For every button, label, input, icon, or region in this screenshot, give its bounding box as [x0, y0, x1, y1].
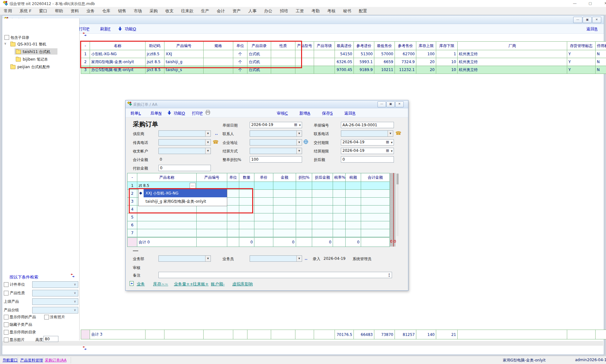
dialog-toolbar-print-button[interactable]: 打印P [192, 110, 203, 116]
footer-link-2[interactable]: 业务量++ [174, 281, 193, 287]
tree-expander-icon[interactable]: ∨ [4, 42, 6, 45]
menu-item-19[interactable]: 考勤 [308, 7, 324, 14]
status-tab-1[interactable]: 产品资料管理 [20, 358, 43, 363]
grid-col-header-4[interactable]: 数量 [239, 173, 254, 182]
col-header-11[interactable]: 参考进价 [354, 42, 374, 50]
splitter-handle[interactable] [133, 250, 138, 251]
app-minimize-icon[interactable]: ― [567, 0, 582, 7]
dialog-toolbar-functions-button[interactable]: 功能O [174, 110, 185, 116]
refresh-doc-icon[interactable] [129, 281, 134, 287]
salesman-dropdown[interactable]: ▼ [250, 255, 302, 262]
grid-col-header-0[interactable]: - [128, 173, 137, 182]
note-input[interactable]: ▲▼ [158, 272, 392, 278]
swap-icon[interactable] [82, 33, 87, 36]
doc-no-input[interactable] [341, 122, 394, 128]
dept-dropdown[interactable]: ▼ [158, 255, 211, 262]
grid-col-header-6[interactable]: 金额 [273, 173, 296, 182]
doc-date-input[interactable]: 2026-04-19▦▼ [250, 122, 302, 128]
dialog-toolbar-audit-button[interactable]: 审核C [277, 110, 288, 116]
option-checkbox-2[interactable] [4, 322, 9, 327]
dialog-toolbar-next-button[interactable]: 后单N [150, 110, 162, 116]
col-header-13[interactable]: 参考售价 [395, 42, 416, 50]
menu-item-11[interactable]: 往来款 [177, 7, 197, 14]
address-dropdown[interactable]: ▼ [250, 139, 302, 146]
grid-vscrollbar[interactable] [396, 173, 399, 236]
app-maximize-icon[interactable]: ▢ [583, 0, 597, 7]
discount-input[interactable] [250, 156, 302, 163]
supplier-dropdown[interactable]: ▼ [158, 130, 211, 137]
swap-icon-bottom[interactable] [82, 346, 87, 350]
filter-dropdown-0[interactable]: ∨ [32, 281, 78, 288]
grid-col-header-10[interactable]: 税额 [346, 173, 361, 182]
fax-dropdown[interactable]: ▼ [158, 139, 211, 146]
toolbar-print-button[interactable]: 打印P [79, 26, 89, 32]
menu-item-10[interactable]: 收支 [162, 7, 177, 14]
menu-item-9[interactable]: 采购 [146, 7, 162, 14]
filter-dropdown-1[interactable]: ∨ [32, 290, 78, 296]
footer-link-0[interactable]: 业务 [137, 281, 145, 287]
toolbar-functions-button[interactable]: 功能O [125, 26, 136, 32]
printer-icon[interactable] [205, 110, 211, 116]
col-header-17[interactable]: 存货管理标志 [567, 42, 596, 50]
grid-col-header-3[interactable]: 单位 [227, 173, 239, 182]
footer-link-5[interactable]: 虚拟库影响 [232, 281, 253, 287]
grid-col-header-8[interactable]: 折后金额 [312, 173, 333, 182]
col-header-12[interactable]: 最低售价 [374, 42, 395, 50]
menu-item-2[interactable]: 窗口 [35, 7, 51, 14]
supplier-more[interactable]: .. [215, 131, 218, 136]
option-checkbox-1[interactable] [44, 315, 49, 319]
phone-dropdown[interactable]: ▼ [341, 130, 393, 137]
account-dropdown[interactable]: ▼ [158, 148, 211, 154]
col-header-9[interactable]: 产品等级 [314, 42, 335, 50]
filter-dropdown-2[interactable]: ∨ [32, 298, 78, 305]
dialog-toolbar-return-button[interactable]: 返回R [344, 110, 355, 116]
filter-checkbox-0[interactable] [4, 282, 9, 287]
menu-item-16[interactable]: 办公 [260, 7, 276, 14]
col-header-14[interactable]: 库存上限 [416, 42, 436, 50]
col-header-15[interactable]: 库存下限 [436, 42, 458, 50]
menu-item-22[interactable]: 配置 [355, 7, 371, 14]
after-discount-input[interactable] [341, 156, 394, 163]
salesman-more[interactable]: .. [305, 256, 307, 261]
fax-phone-icon[interactable]: ☎ [213, 139, 219, 145]
grid-row[interactable]: 5 [128, 213, 390, 221]
menu-item-1[interactable]: 系统 F [16, 7, 35, 14]
delivery-date-input[interactable]: 2026-04-19▦▼ [341, 139, 394, 146]
settle-dropdown[interactable]: ▼ [250, 148, 302, 154]
col-header-16[interactable]: 厂商 [458, 42, 567, 50]
tree-item-2[interactable]: bijiben 笔记本 [23, 57, 48, 62]
menu-item-20[interactable]: 考核 [324, 7, 339, 14]
note-spinner[interactable]: ▲▼ [387, 272, 391, 277]
hscrollbar[interactable] [2, 341, 603, 346]
menu-item-18[interactable]: 工资 [292, 7, 308, 14]
grid-col-header-2[interactable]: 产品编号 [197, 173, 227, 182]
search-swap-icon[interactable] [70, 274, 75, 277]
child-restore-icon[interactable]: ▣ [583, 17, 592, 23]
child-close-icon[interactable]: ✕ [592, 17, 601, 23]
menu-item-0[interactable]: 常用 [0, 7, 16, 14]
dialog-close-icon[interactable]: ✕ [395, 101, 404, 107]
menu-item-14[interactable]: 资产 [229, 7, 245, 14]
globe-icon[interactable] [303, 139, 308, 144]
menu-item-8[interactable]: 市场 [130, 7, 146, 14]
status-tab-2[interactable]: 采购订单/AA [45, 358, 67, 363]
dialog-toolbar-add-button[interactable]: 新增A [299, 110, 310, 116]
dialog-restore-icon[interactable]: ▣ [386, 101, 395, 107]
grid-col-header-7[interactable]: 折扣% [296, 173, 312, 182]
tree-item-3[interactable]: peijian 台式机配件 [17, 64, 50, 70]
col-header-10[interactable]: 最高进价 [335, 42, 354, 50]
include-subdir-checkbox[interactable] [4, 35, 9, 40]
dialog-minimize-icon[interactable]: ― [377, 101, 386, 107]
footer-link-1[interactable]: 库存~~ [153, 281, 168, 287]
status-tab-0[interactable]: 导航窗口 [3, 358, 18, 363]
menu-item-3[interactable]: 帮助 [51, 7, 67, 14]
option-checkbox-4[interactable] [4, 337, 9, 342]
child-minimize-icon[interactable]: ― [573, 17, 582, 23]
dialog-toolbar-save-button[interactable]: 保存S [322, 110, 333, 116]
tree-item-1[interactable]: taishi11 台式机 [23, 49, 50, 55]
dialog-toolbar-prev-button[interactable]: 前单L [130, 110, 141, 116]
phone-icon[interactable]: ☎ [395, 130, 401, 136]
option-checkbox-3[interactable] [4, 330, 9, 335]
menu-item-7[interactable]: 销售 [114, 7, 130, 14]
grid-col-header-1[interactable]: 产品名称 [137, 173, 197, 182]
